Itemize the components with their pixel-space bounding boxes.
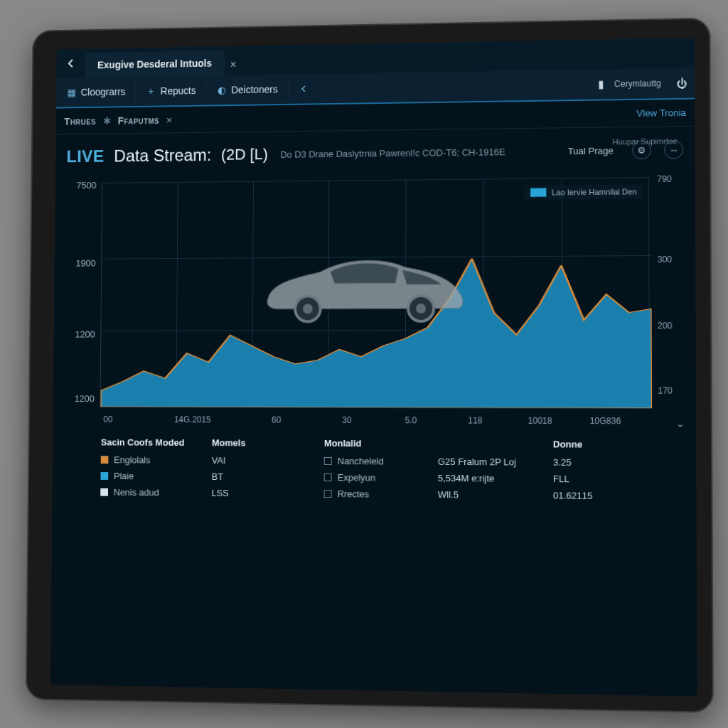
toolbar-repucts[interactable]: + Repucts	[136, 75, 206, 106]
legend-label: Lao Iervie Hamnilal Den	[552, 187, 637, 196]
chart-legend: Lao Iervie Hamnilal Den	[525, 184, 643, 200]
toolbar-label: Cloograrrs	[81, 86, 126, 98]
y-left-tick: 1900	[63, 258, 95, 269]
x-tick: 14G.2015	[174, 414, 211, 424]
plus-icon: +	[145, 85, 156, 97]
x-tick: 118	[468, 415, 482, 425]
list-item[interactable]: Expelyun	[338, 472, 375, 483]
col-title: Momels	[212, 437, 303, 449]
footer-columns: Sacin Coofs Moded Englolals Plaie Nenis …	[50, 429, 697, 696]
list-item: LSS	[211, 488, 302, 499]
list-item: G25 Fralum 2P Loj	[438, 456, 532, 468]
view-link[interactable]: Vlew Tronia	[636, 107, 686, 119]
x-tick: 5.0	[405, 415, 417, 425]
col-momels: Momels VAI BT LSS	[210, 437, 303, 676]
back-button[interactable]	[56, 48, 85, 77]
list-item: 5,534M e:rijte	[438, 473, 532, 484]
title-mode: (2D [L)	[221, 145, 268, 164]
breadcrumb-thrues[interactable]: Thrues	[64, 115, 96, 127]
checkbox[interactable]	[324, 457, 332, 465]
area-series	[100, 177, 652, 408]
breadcrumb-ffaputms[interactable]: Ffaputms	[118, 114, 159, 126]
col-scan-modes: Sacin Coofs Moded Englolals Plaie Nenis …	[99, 437, 191, 675]
col-values: . G25 Fralum 2P Loj 5,534M e:rijte Wll.5	[437, 439, 531, 680]
toolbar-status: Cerymlauttg	[614, 78, 661, 89]
title-live: LIVE	[66, 146, 104, 166]
x-tick: 00	[103, 414, 112, 424]
info-icon: ◐	[216, 85, 228, 96]
toolbar-label: Deictoners	[231, 84, 278, 96]
annotation-label: Huupar Supimrtoe	[612, 136, 677, 146]
checkbox[interactable]	[324, 490, 332, 498]
arrow-left-icon	[298, 83, 309, 95]
notification-icon[interactable]: ▮	[588, 77, 614, 91]
page-action[interactable]: Tual Prage	[568, 145, 614, 156]
y-right-tick: 300	[658, 255, 687, 264]
x-tick: 10G836	[590, 416, 621, 426]
chart-plot[interactable]: Lao Iervie Hamnilal Den	[100, 177, 652, 409]
swatch-orange	[101, 456, 109, 464]
list-item: VAI	[212, 455, 303, 466]
list-item[interactable]: Nancheleld	[338, 456, 384, 466]
col-donne: Donne 3.25 FLL 01.62115	[553, 439, 648, 682]
title-stream: Data Stream:	[114, 145, 211, 166]
tab-close-button[interactable]: ×	[224, 54, 242, 75]
col-title: Sacin Coofs Moded	[101, 437, 191, 448]
x-tick: 10018	[528, 416, 552, 426]
y-right-tick: 170	[658, 386, 687, 396]
app-window: Exugive Desderal Intuols × ▦ Cloograrrs …	[50, 38, 697, 696]
checkbox[interactable]	[324, 473, 332, 481]
chart: 7500 1900 1200 1200 790 300 200 170	[61, 169, 687, 429]
toolbar-cloograrrs[interactable]: ▦ Cloograrrs	[56, 77, 136, 107]
toolbar-deictoners[interactable]: ◐ Deictoners	[206, 75, 288, 105]
grid-icon: ▦	[66, 87, 77, 98]
browser-tab[interactable]: Exugive Desderal Intuols	[85, 50, 225, 77]
toolbar-back-small[interactable]	[288, 74, 318, 104]
list-item[interactable]: Nenis adud	[114, 487, 159, 498]
list-item[interactable]: Rrectes	[337, 488, 369, 499]
col-title: Monlalid	[324, 438, 417, 449]
y-left-tick: 1200	[61, 393, 94, 404]
legend-swatch	[530, 188, 546, 197]
y-right-tick: 790	[657, 174, 686, 185]
breadcrumb-close[interactable]: ×	[166, 114, 173, 126]
gear-icon: ✱	[102, 115, 111, 127]
tab-title: Exugive Desderal Intuols	[97, 58, 212, 70]
y-left-tick: 1200	[62, 329, 95, 340]
y-right-tick: 200	[658, 321, 687, 331]
col-title: Donne	[553, 439, 648, 450]
x-tick: 60	[272, 415, 281, 425]
x-tick: 30	[342, 415, 351, 425]
toolbar-label: Repucts	[161, 85, 196, 96]
col-monlalid: Monlalid Nancheleld Expelyun Rrectes	[323, 438, 417, 678]
swatch-white	[100, 488, 108, 496]
list-item: Wll.5	[438, 489, 532, 500]
y-left-tick: 7500	[63, 180, 96, 191]
swatch-cyan	[100, 472, 108, 480]
list-item: FLL	[553, 473, 648, 485]
list-item[interactable]: Plaie	[114, 471, 134, 481]
list-item: 3.25	[553, 457, 648, 469]
list-item: BT	[212, 471, 303, 483]
chevron-down-icon[interactable]: ⌄	[676, 418, 684, 429]
list-item[interactable]: Englolals	[114, 454, 150, 465]
page-subtitle: Do D3 Drane Daslytrnia Pawrenl!c COD-T6;…	[280, 146, 505, 160]
list-item: 01.62115	[553, 490, 648, 501]
page-header: LIVE Data Stream: (2D [L) Do D3 Drane Da…	[55, 127, 695, 171]
power-icon[interactable]: ⏻	[668, 77, 695, 90]
